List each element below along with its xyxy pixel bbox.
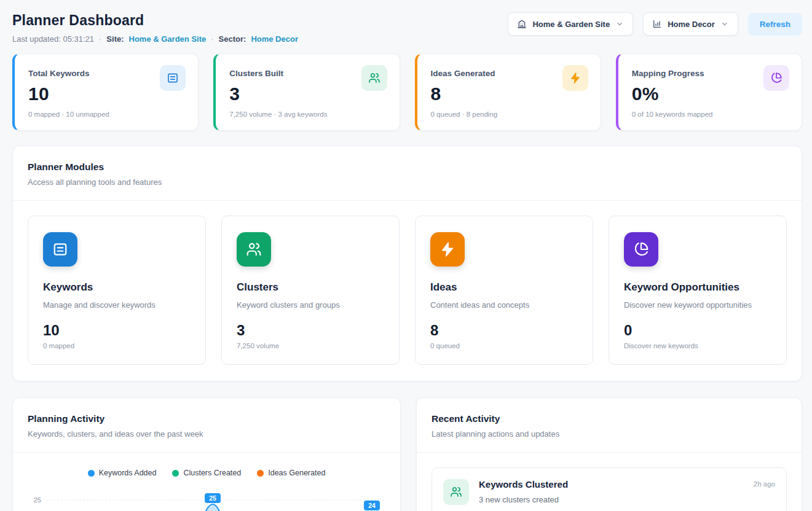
legend-item-clusters-created: Clusters Created (172, 469, 241, 477)
users-icon (450, 486, 462, 498)
planning-activity-panel: Planning Activity Keywords, clusters, an… (12, 397, 401, 511)
planning-activity-subtitle: Keywords, clusters, and ideas over the p… (28, 429, 385, 439)
stat-card-ideas-generated: Ideas Generated 8 0 queued · 8 pending (415, 53, 601, 131)
page-title: Planner Dashboard (12, 12, 298, 29)
modules-grid: Keywords Manage and discover keywords 10… (13, 201, 802, 381)
planner-dashboard-page: Planner Dashboard Last updated: 05:31:21… (0, 0, 812, 511)
module-title: Keyword Opportunities (624, 281, 771, 294)
legend-dot (257, 470, 264, 477)
legend-label: Clusters Created (183, 469, 241, 477)
pie-chart-icon (770, 72, 782, 84)
legend-item-keywords-added: Keywords Added (88, 469, 157, 477)
stats-row: Total Keywords 10 0 mapped · 10 unmapped… (12, 53, 802, 131)
module-value: 3 (237, 322, 384, 339)
pie-chart-icon (633, 241, 649, 257)
stat-icon-chip (763, 65, 789, 91)
module-detail: 7,250 volume (237, 342, 384, 349)
building-icon (517, 19, 527, 29)
planning-activity-chart: 25 25 24 (25, 487, 388, 511)
page-meta: Last updated: 05:31:21 · Site: Home & Ga… (12, 34, 298, 44)
point-label-badge: 25 (205, 493, 221, 503)
header-left: Planner Dashboard Last updated: 05:31:21… (12, 12, 298, 44)
module-detail: 0 queued (430, 342, 578, 349)
site-selector-dropdown[interactable]: Home & Garden Site (508, 12, 633, 36)
planner-modules-panel: Planner Modules Access all planning tool… (12, 146, 802, 381)
stat-card-total-keywords: Total Keywords 10 0 mapped · 10 unmapped (12, 53, 199, 131)
stat-detail: 7,250 volume · 3 avg keywords (229, 111, 385, 118)
legend-dot (172, 470, 179, 477)
activity-row: Keywords Clustered 2h ago (479, 479, 775, 490)
module-card-keyword-opportunities[interactable]: Keyword Opportunities Discover new keywo… (609, 216, 787, 365)
module-description: Content ideas and concepts (430, 300, 578, 310)
activity-item-keywords-clustered[interactable]: Keywords Clustered 2h ago 3 new clusters… (432, 467, 787, 511)
module-card-ideas[interactable]: Ideas Content ideas and concepts 8 0 que… (415, 216, 593, 365)
sector-link[interactable]: Home Decor (251, 34, 298, 44)
module-description: Discover new keyword opportunities (624, 300, 771, 310)
stat-icon-chip (562, 65, 588, 91)
svg-text:25: 25 (209, 494, 216, 502)
stat-icon-chip (160, 65, 186, 91)
module-icon-chip (43, 232, 77, 267)
module-description: Keyword clusters and groups (237, 300, 384, 310)
modules-panel-subtitle: Access all planning tools and features (28, 177, 787, 187)
chart-area: 25 25 24 (13, 487, 400, 511)
legend-dot (88, 470, 95, 477)
module-card-keywords[interactable]: Keywords Manage and discover keywords 10… (28, 216, 206, 365)
recent-activity-header: Recent Activity Latest planning actions … (417, 398, 802, 453)
activity-body: Keywords Clustered 2h ago 3 new clusters… (479, 479, 775, 504)
planning-activity-title: Planning Activity (28, 413, 385, 424)
meta-separator: · (211, 34, 213, 44)
y-axis-tick: 25 (34, 496, 41, 504)
sector-selector-dropdown[interactable]: Home Decor (643, 12, 738, 36)
keywords-series-area (37, 504, 387, 511)
module-icon-chip (237, 232, 271, 267)
chevron-down-icon (615, 20, 624, 28)
activity-icon-chip (443, 479, 469, 505)
stat-card-clusters-built: Clusters Built 3 7,250 volume · 3 avg ke… (213, 53, 400, 131)
legend-label: Ideas Generated (268, 469, 325, 477)
bar-chart-icon (652, 19, 662, 29)
module-card-clusters[interactable]: Clusters Keyword clusters and groups 3 7… (221, 216, 400, 365)
site-selector-label: Home & Garden Site (532, 20, 610, 29)
legend-item-ideas-generated: Ideas Generated (257, 469, 325, 477)
module-description: Manage and discover keywords (43, 300, 191, 310)
stat-detail: 0 queued · 8 pending (431, 111, 587, 118)
activity-title: Keywords Clustered (479, 479, 568, 490)
module-icon-chip (624, 232, 658, 267)
module-detail: Discover new keywords (624, 342, 771, 349)
bottom-panels: Planning Activity Keywords, clusters, an… (12, 397, 802, 511)
planning-activity-header: Planning Activity Keywords, clusters, an… (13, 398, 400, 453)
recent-activity-subtitle: Latest planning actions and updates (432, 429, 787, 439)
legend-label: Keywords Added (99, 469, 157, 477)
users-icon (246, 241, 262, 257)
point-label-badge: 24 (364, 501, 380, 510)
chevron-down-icon (720, 20, 729, 28)
activity-description: 3 new clusters created (479, 495, 775, 504)
page-header: Planner Dashboard Last updated: 05:31:21… (12, 0, 802, 44)
module-detail: 0 mapped (43, 342, 191, 349)
modules-panel-header: Planner Modules Access all planning tool… (13, 146, 802, 201)
list-icon (52, 241, 68, 257)
lightning-icon (440, 241, 455, 257)
module-icon-chip (430, 232, 465, 267)
activity-list: Keywords Clustered 2h ago 3 new clusters… (417, 453, 802, 511)
site-link[interactable]: Home & Garden Site (129, 34, 207, 44)
last-updated-text: Last updated: 05:31:21 (12, 34, 94, 44)
recent-activity-panel: Recent Activity Latest planning actions … (416, 397, 802, 511)
modules-panel-title: Planner Modules (28, 162, 787, 173)
lightning-icon (569, 72, 581, 84)
module-title: Clusters (237, 281, 384, 294)
header-controls: Home & Garden Site Home Decor Refresh (508, 12, 802, 36)
sector-selector-label: Home Decor (668, 20, 715, 29)
module-value: 10 (43, 322, 191, 339)
stat-card-mapping-progress: Mapping Progress 0% 0 of 10 keywords map… (616, 53, 802, 131)
stat-detail: 0 mapped · 10 unmapped (28, 111, 184, 118)
site-label: Site: (106, 34, 124, 44)
module-value: 0 (624, 322, 771, 339)
refresh-button[interactable]: Refresh (748, 13, 802, 36)
activity-time: 2h ago (754, 479, 775, 488)
meta-separator: · (99, 34, 101, 44)
module-value: 8 (430, 322, 578, 339)
sector-label: Sector: (219, 34, 246, 44)
list-icon (167, 72, 179, 84)
